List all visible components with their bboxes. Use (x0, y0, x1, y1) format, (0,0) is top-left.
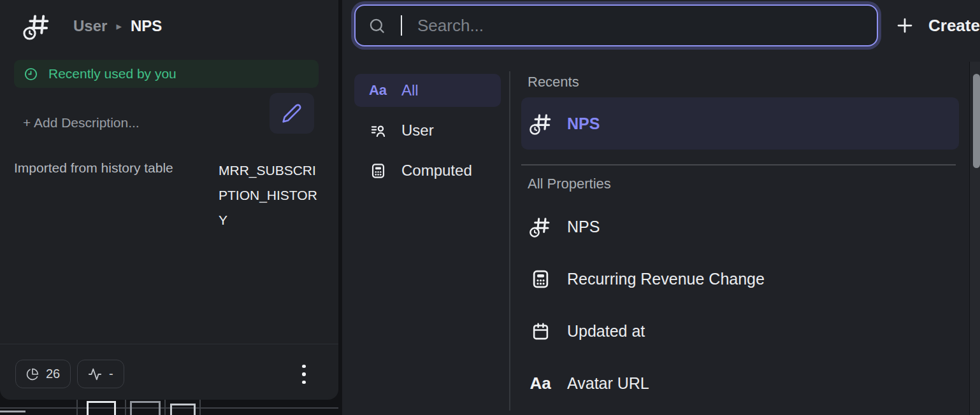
property-detail-card: User ▸ NPS Recently used by you + Add De… (0, 0, 338, 400)
more-options-button[interactable] (297, 362, 311, 386)
pie-chart-icon (26, 368, 39, 381)
property-item-label: Updated at (567, 322, 645, 341)
number-property-with-clock-icon (529, 111, 553, 136)
property-item-nps[interactable]: NPS (521, 200, 961, 253)
add-description-link[interactable]: + Add Description... (23, 115, 140, 130)
type-filter-list: Aa All User (354, 74, 501, 187)
property-item-avatar-url[interactable]: Aa Avatar URL (521, 357, 961, 409)
filter-label: All (401, 81, 419, 99)
number-property-with-clock-icon (529, 215, 552, 238)
trend-button[interactable]: - (77, 360, 124, 388)
all-properties-header: All Properties (528, 176, 611, 192)
trend-value: - (109, 367, 113, 381)
text-type-icon: Aa (368, 82, 387, 99)
usage-count-button[interactable]: 26 (15, 360, 71, 388)
usage-count-value: 26 (46, 367, 60, 381)
property-list: NPS Recurring Revenue Change (521, 200, 961, 409)
clock-icon (24, 67, 38, 81)
recent-item-label: NPS (567, 115, 600, 133)
background-grid-cell (170, 404, 196, 415)
recently-used-badge: Recently used by you (14, 60, 319, 88)
property-item-label: Recurring Revenue Change (567, 270, 765, 288)
background-grid-tick (76, 400, 78, 415)
breadcrumb-separator-icon: ▸ (116, 20, 122, 33)
property-header: User ▸ NPS (22, 11, 162, 41)
edit-description-button[interactable] (270, 93, 314, 134)
scrollbar-track[interactable] (969, 62, 980, 415)
calculator-icon (529, 269, 552, 290)
background-canvas (0, 397, 342, 415)
background-grid-tick (125, 400, 126, 415)
user-properties-icon (368, 122, 387, 139)
property-item-recurring-revenue-change[interactable]: Recurring Revenue Change (521, 253, 961, 305)
breadcrumb-current: NPS (131, 17, 162, 35)
results-divider (521, 164, 956, 165)
scrollbar-thumb[interactable] (973, 74, 980, 168)
recently-used-label: Recently used by you (48, 66, 177, 81)
breadcrumb-parent[interactable]: User (73, 17, 107, 35)
imported-from-label: Imported from history table (14, 160, 173, 176)
kebab-dot (302, 381, 306, 384)
search-icon (368, 17, 386, 34)
background-grid-tick (199, 400, 201, 415)
text-type-icon: Aa (529, 374, 552, 393)
calendar-icon (529, 321, 552, 341)
activity-icon (88, 367, 102, 381)
filter-label: Computed (401, 162, 472, 179)
property-item-updated-at[interactable]: Updated at (521, 305, 961, 357)
property-item-label: NPS (567, 218, 600, 236)
property-search-overlay: Create Aa All User (342, 0, 980, 415)
filter-computed[interactable]: Computed (354, 154, 501, 187)
app-window: User ▸ NPS Recently used by you + Add De… (0, 0, 980, 415)
kebab-dot (302, 372, 306, 376)
calculator-icon (368, 162, 387, 179)
search-results: Recents NPS All Properties (510, 0, 969, 415)
background-grid-line (0, 411, 25, 412)
breadcrumb: User ▸ NPS (73, 17, 162, 35)
kebab-dot (302, 365, 306, 369)
pencil-icon (282, 103, 302, 123)
background-grid-cell (87, 401, 116, 415)
imported-from-value: MRR_SUBSCRIPTION_HISTORY (219, 158, 319, 232)
recents-header: Recents (528, 74, 579, 90)
background-grid-tick (164, 400, 166, 415)
recent-item-nps[interactable]: NPS (521, 97, 959, 150)
filter-user[interactable]: User (354, 114, 501, 147)
filter-label: User (401, 122, 434, 139)
background-grid-cell (130, 401, 161, 415)
filter-all[interactable]: Aa All (354, 74, 501, 107)
property-item-label: Avatar URL (567, 374, 649, 393)
background-grid-line (0, 407, 338, 409)
text-cursor (401, 15, 402, 36)
number-property-with-clock-icon (22, 11, 52, 41)
footer-divider (0, 344, 338, 344)
